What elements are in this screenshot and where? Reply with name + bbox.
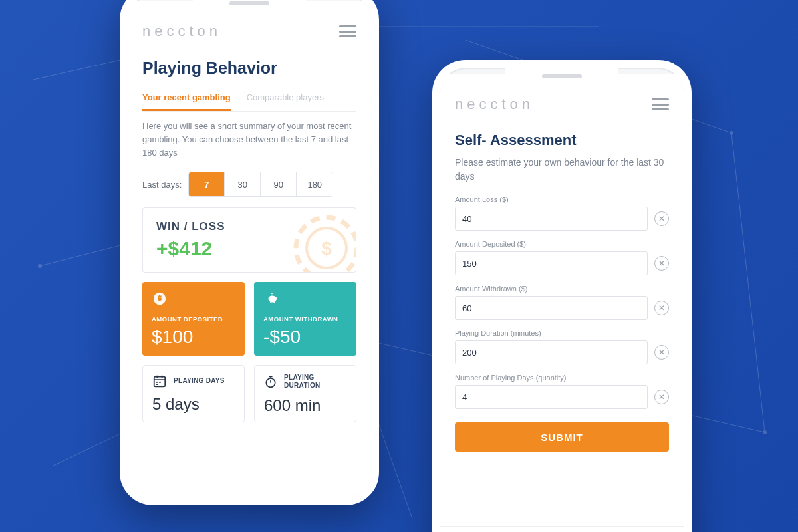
svg-rect-23 [156,384,158,386]
field-amount-loss: Amount Loss ($) ✕ [455,196,669,231]
casino-chip-icon: $ [293,215,356,273]
deposited-tile: AMOUNT DEPOSITED $100 [142,282,245,356]
days-option-180[interactable]: 180 [297,172,332,196]
field-label: Playing Duration (minutes) [455,329,669,337]
tab-recent-gambling[interactable]: Your recent gambling [142,87,231,111]
deposited-caption: AMOUNT DEPOSITED [152,315,235,323]
svg-rect-22 [159,382,161,383]
deposited-value: $100 [152,327,235,348]
days-label: Last days: [142,180,182,190]
wallet-icon [152,291,168,306]
phone-notch [505,68,618,86]
withdrawn-value: -$50 [263,327,347,348]
playing-duration-card: PLAYING DURATION 600 min [254,365,356,422]
clear-icon[interactable]: ✕ [654,211,669,226]
stopwatch-icon [264,374,277,389]
page-title: Playing Behavior [142,59,356,78]
tab-comparable-players[interactable]: Comparable players [247,87,324,111]
page-lead: Please estimate your own behaviour for t… [455,156,669,184]
field-playing-days: Number of Playing Days (quantity) ✕ [455,374,669,409]
menu-icon[interactable] [652,98,669,110]
tab-description: Here you will see a short summary of you… [142,120,356,160]
withdrawn-caption: AMOUNT WITHDRAWN [263,315,347,323]
playing-duration-input[interactable] [455,340,648,364]
playing-days-caption: PLAYING DAYS [174,377,225,385]
playing-days-input[interactable] [455,385,648,409]
field-label: Amount Loss ($) [455,196,669,203]
brand-logo: neccton [142,23,221,40]
phone-notch [193,0,306,13]
add-metric-row[interactable]: Add New Metric + [440,526,684,532]
days-option-90[interactable]: 90 [261,172,297,196]
piggy-bank-icon [263,291,281,306]
svg-rect-21 [156,382,158,383]
field-label: Number of Playing Days (quantity) [455,374,669,382]
phone-self-assessment: neccton Self- Assessment Please estimate… [432,60,692,532]
playing-duration-value: 600 min [264,396,346,415]
phone-playing-behavior: neccton Playing Behavior Your recent gam… [120,0,379,505]
field-label: Amount Deposited ($) [455,240,669,248]
days-option-7[interactable]: 7 [189,172,225,196]
svg-point-11 [763,430,767,434]
clear-icon[interactable]: ✕ [654,345,669,360]
playing-days-card: PLAYING DAYS 5 days [142,365,245,422]
days-option-30[interactable]: 30 [225,172,261,196]
clear-icon[interactable]: ✕ [654,390,669,404]
amount-withdrawn-input[interactable] [455,296,648,320]
svg-point-13 [38,264,42,268]
brand-logo: neccton [455,96,534,113]
winloss-card: WIN / LOSS +$412 $ [142,207,356,273]
amount-deposited-input[interactable] [455,251,648,275]
field-amount-withdrawn: Amount Withdrawn ($) ✕ [455,285,669,320]
svg-rect-17 [154,377,166,387]
playing-days-value: 5 days [152,395,235,414]
field-amount-deposited: Amount Deposited ($) ✕ [455,240,669,275]
clear-icon[interactable]: ✕ [654,301,669,315]
days-segmented-control: 7 30 90 180 [188,172,333,197]
field-playing-duration: Playing Duration (minutes) ✕ [455,329,669,364]
withdrawn-tile: AMOUNT WITHDRAWN -$50 [254,282,356,356]
submit-button[interactable]: SUBMIT [455,422,669,452]
field-label: Amount Withdrawn ($) [455,285,669,293]
menu-icon[interactable] [339,25,356,37]
svg-text:$: $ [321,238,332,259]
calendar-icon [152,374,167,388]
page-title: Self- Assessment [455,132,669,149]
svg-line-4 [732,133,765,432]
svg-point-12 [730,131,733,135]
playing-duration-caption: PLAYING DURATION [284,374,346,390]
amount-loss-input[interactable] [455,207,648,231]
tabs: Your recent gambling Comparable players [142,87,356,112]
clear-icon[interactable]: ✕ [654,256,669,271]
